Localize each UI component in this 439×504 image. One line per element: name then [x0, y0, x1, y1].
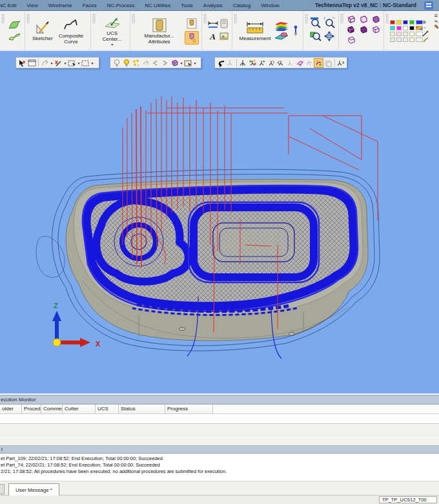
cutter-turn-icon[interactable]: [267, 58, 276, 68]
zoom-fit-icon[interactable]: [310, 30, 322, 45]
pin-tool-icon[interactable]: [185, 17, 199, 30]
menu-nc-edit[interactable]: NC Edit: [0, 3, 22, 8]
next-arrow-icon[interactable]: [160, 58, 170, 68]
view-cube-edges-icon[interactable]: [358, 25, 368, 37]
eraser-board-icon[interactable]: [274, 32, 289, 41]
ribbon-overflow-icons[interactable]: ≡ ≒ ✎: [433, 11, 439, 50]
cutter-highlighted-icon[interactable]: [314, 58, 323, 68]
dashed-lines-icon[interactable]: ≒: [434, 19, 439, 23]
uturn-arrow-icon[interactable]: [216, 58, 226, 68]
orbit-icon[interactable]: [323, 30, 335, 45]
zoom-window-icon[interactable]: [310, 17, 322, 31]
more-tools-icon[interactable]: ✎: [434, 25, 439, 29]
tab-user-message[interactable]: User Message *: [8, 483, 59, 496]
swatch-pale-8[interactable]: [403, 37, 408, 42]
swatch-red[interactable]: [390, 20, 395, 25]
viewport-3d[interactable]: x ▾ x ▾ ▾ ▾ ▾ ▾: [0, 51, 439, 394]
swatch-cyan[interactable]: [390, 26, 395, 30]
prev-arrow-icon[interactable]: [150, 58, 160, 68]
swatch-pale-4[interactable]: [409, 32, 414, 36]
device-icon[interactable]: [220, 19, 228, 31]
measurement-button[interactable]: Measurement: [238, 19, 272, 43]
output-log[interactable]: et Part_109; 22/02/21; 17:08:52; End Exe…: [0, 454, 439, 481]
gray-arrow-icon[interactable]: [40, 58, 50, 68]
bulb-off-icon[interactable]: [112, 58, 121, 68]
swatch-yellow[interactable]: [396, 20, 402, 25]
swatch-pale-3[interactable]: [403, 32, 408, 36]
swatch-black[interactable]: [409, 26, 414, 30]
menu-wireframe[interactable]: Wireframe: [43, 3, 77, 8]
thick-lines-icon[interactable]: ≡: [434, 14, 439, 17]
menu-nc-process[interactable]: NC-Process: [101, 3, 139, 8]
menu-tools[interactable]: Tools: [176, 3, 198, 8]
green-sheet-icon[interactable]: [8, 32, 22, 41]
swatch-pale-2[interactable]: [396, 32, 402, 36]
column-progress[interactable]: Progress: [165, 404, 213, 414]
ucs-center-button[interactable]: UCS Center... ▾: [97, 14, 127, 47]
ribbon-group-sketch: Sketcher Composite Curve: [25, 11, 91, 50]
window-list-icon[interactable]: [424, 1, 433, 10]
chevron-down-icon[interactable]: ▾: [193, 61, 197, 65]
cube-display-icon[interactable]: [170, 58, 179, 68]
chevron-down-icon[interactable]: ▾: [90, 61, 94, 65]
dimension-icon[interactable]: [208, 19, 218, 31]
view-cube-trans2-icon[interactable]: [346, 36, 356, 47]
menu-catalog[interactable]: Catalog: [228, 3, 256, 8]
green-surface-icon[interactable]: [8, 21, 22, 30]
swatch-pale-1[interactable]: [390, 32, 395, 36]
swatch-magenta[interactable]: [396, 26, 402, 30]
pointer-delete-icon[interactable]: x: [17, 58, 27, 68]
show-dots-icon[interactable]: [131, 58, 141, 68]
swatch-white[interactable]: [403, 26, 408, 30]
cutter-gray2-icon[interactable]: [285, 58, 295, 68]
cutter-exit-icon[interactable]: [336, 58, 345, 68]
column-cutter[interactable]: Cutter: [63, 404, 96, 414]
scene-canvas[interactable]: Z X: [0, 51, 439, 394]
manufacturing-attributes-button[interactable]: Manufactur... Attributes: [136, 16, 183, 46]
swatch-green[interactable]: [409, 20, 414, 25]
layers-rainbow-icon[interactable]: [274, 21, 289, 30]
pushpin-icon[interactable]: [291, 26, 300, 36]
swatch-pale-6[interactable]: [390, 37, 395, 42]
swatch-pale-9[interactable]: [409, 37, 414, 42]
column-procedure[interactable]: Proced...: [22, 404, 41, 414]
window-select-icon[interactable]: [27, 58, 37, 68]
swatch-pale-7[interactable]: [396, 37, 402, 42]
menu-faces[interactable]: Faces: [77, 3, 102, 8]
sketcher-button[interactable]: Sketcher: [31, 19, 54, 43]
zoom-region-icon[interactable]: [323, 17, 335, 31]
execution-monitor-list[interactable]: [0, 414, 439, 424]
rect-select-icon[interactable]: [81, 58, 90, 68]
cutter-left-icon[interactable]: [276, 58, 286, 68]
bulb-on-icon[interactable]: [121, 58, 131, 68]
cutter-green-icon[interactable]: [257, 58, 267, 68]
gray-redo-icon[interactable]: [141, 58, 150, 68]
pick-box-icon[interactable]: [67, 58, 77, 68]
menu-nc-utilities[interactable]: NC Utilities: [140, 3, 176, 8]
swatch-blue[interactable]: [403, 20, 408, 25]
menu-analysis[interactable]: Analysis: [198, 3, 228, 8]
column-status[interactable]: Status: [119, 404, 165, 414]
cutter-axis-icon[interactable]: [238, 58, 248, 68]
composite-curve-button[interactable]: Composite Curve: [54, 16, 88, 46]
pin-tool-highlighted-icon[interactable]: [185, 31, 199, 45]
cutter-gray3-icon[interactable]: [304, 58, 314, 68]
line-weight-icon[interactable]: ≡: [422, 20, 430, 25]
menu-window[interactable]: Window: [256, 3, 284, 8]
view-cube-trans1-icon[interactable]: [371, 25, 380, 37]
column-ucs[interactable]: UCS: [96, 404, 119, 414]
picture-icon[interactable]: [220, 31, 229, 43]
ribbon-toolbar: Sketcher Composite Curve UCS Center... ▾…: [0, 11, 439, 51]
column-comment[interactable]: Comment: [41, 404, 63, 414]
text-a-icon[interactable]: A: [210, 32, 216, 42]
cropped-tab-fragment[interactable]: [0, 484, 5, 494]
cutter-copy-icon[interactable]: [323, 58, 333, 68]
gray-cutter-icon[interactable]: [226, 58, 236, 68]
cutter-magenta-icon[interactable]: [295, 58, 305, 68]
menu-view[interactable]: View: [22, 3, 43, 8]
erase-pen-icon[interactable]: x: [54, 58, 63, 68]
cutter-green-dots-icon[interactable]: [248, 58, 258, 68]
brush-icon[interactable]: [422, 34, 430, 45]
capture-box-icon[interactable]: [183, 58, 193, 68]
column-folder[interactable]: older: [0, 404, 22, 414]
